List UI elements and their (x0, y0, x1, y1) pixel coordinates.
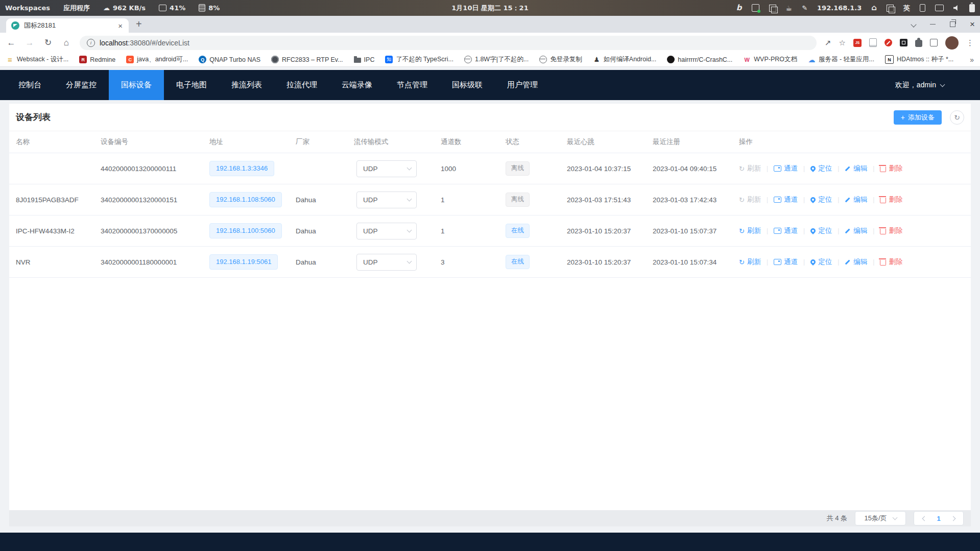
back-icon[interactable]: ← (6, 38, 16, 48)
delete-button[interactable]: 删除 (880, 195, 902, 204)
nav-item-push-list[interactable]: 推流列表 (219, 70, 274, 100)
bing-tray-icon[interactable]: b (736, 4, 742, 12)
bookmark-wvp-docs[interactable]: W WVP-PRO文档 (743, 55, 797, 64)
prev-page-button[interactable] (917, 517, 931, 520)
bookmark-github[interactable]: hairrrrr/C-CrashC... (667, 56, 732, 63)
current-page-number[interactable]: 1 (931, 515, 946, 522)
app-indicator-icon[interactable] (752, 4, 759, 12)
js-extension-icon[interactable]: JS (853, 39, 862, 47)
stream-mode-select[interactable]: UDP (356, 160, 417, 177)
bookmark-typescript-article[interactable]: 1.8W字|了不起的... (464, 55, 529, 64)
profile-avatar[interactable] (945, 36, 959, 50)
forward-icon[interactable]: → (25, 38, 35, 48)
bookmark-hdatmos[interactable]: N HDAtmos :: 种子 *... (885, 55, 953, 64)
cpu-usage-indicator[interactable]: 41% (159, 4, 185, 12)
channels-button[interactable]: 通道 (774, 195, 798, 204)
bookmark-redmine[interactable]: R Redmine (79, 56, 115, 63)
page-size-select[interactable]: 15条/页 (855, 511, 906, 525)
url-text: localhost:38080/#/deviceList (100, 39, 189, 47)
applications-menu-button[interactable]: 应用程序 (63, 4, 90, 13)
bookmark-copy-tool[interactable]: 免登录复制 (539, 55, 582, 64)
nav-item-gb-devices[interactable]: 国标设备 (109, 70, 164, 100)
reload-icon[interactable]: ↻ (43, 37, 53, 48)
channels-button[interactable]: 通道 (774, 226, 798, 235)
stream-mode-select[interactable]: UDP (356, 191, 417, 208)
bookmark-android-build[interactable]: ♟ 如何编译Android... (593, 55, 657, 64)
workspaces-button[interactable]: Workspaces (5, 4, 50, 12)
ip-address-indicator[interactable]: 192.168.1.3 (817, 4, 862, 12)
extensions-puzzle-icon[interactable] (915, 40, 922, 47)
bookmark-ipc-folder[interactable]: IPC (354, 56, 375, 63)
reader-extension-icon[interactable] (900, 39, 907, 46)
nav-item-node-manage[interactable]: 节点管理 (385, 70, 440, 100)
close-window-icon[interactable]: × (970, 19, 975, 30)
volume-icon[interactable] (953, 5, 960, 11)
document-extension-icon[interactable] (869, 38, 877, 47)
share-icon[interactable]: ↗ (825, 39, 831, 46)
bookmark-cloud-server[interactable]: ☁ 服务器 - 轻量应用... (808, 55, 874, 64)
capture-extension-icon[interactable] (930, 39, 938, 46)
refresh-icon: ↻ (739, 197, 745, 203)
workspace-switcher-icon[interactable] (887, 5, 894, 12)
edit-button[interactable]: 编辑 (845, 195, 867, 204)
blocker-extension-icon[interactable] (885, 39, 892, 46)
minimize-window-icon[interactable] (930, 24, 936, 25)
delete-button[interactable]: 删除 (880, 226, 902, 235)
clock[interactable]: 1月10日 星期二 15：21 (451, 4, 528, 13)
phonelink-icon[interactable] (920, 4, 925, 12)
browser-menu-icon[interactable]: ⋮ (966, 39, 974, 46)
edit-button[interactable]: 编辑 (845, 257, 867, 267)
home-tray-icon[interactable]: ⌂ (871, 4, 877, 12)
browser-tab[interactable]: 国标28181 × (6, 18, 129, 33)
nav-item-e-map[interactable]: 电子地图 (164, 70, 219, 100)
bookmark-label: WVP-PRO文档 (754, 55, 797, 64)
locate-button[interactable]: 定位 (810, 195, 832, 204)
channels-button[interactable]: 通道 (774, 164, 798, 173)
bookmark-csdn[interactable]: C java、android可... (126, 55, 188, 64)
refresh-device-button[interactable]: ↻刷新 (739, 226, 761, 235)
address-bar[interactable]: i localhost:38080/#/deviceList (80, 36, 817, 50)
user-menu[interactable]: 欢迎，admin (895, 70, 980, 100)
add-device-button[interactable]: + 添加设备 (894, 110, 942, 125)
home-icon[interactable]: ⌂ (61, 38, 71, 48)
nav-item-split-monitor[interactable]: 分屏监控 (54, 70, 109, 100)
qnap-icon: Q (199, 56, 206, 63)
network-speed-indicator[interactable]: ☁ 962 KB/s (103, 4, 146, 12)
locate-button[interactable]: 定位 (810, 164, 832, 173)
restore-window-icon[interactable] (950, 21, 955, 27)
nav-item-console[interactable]: 控制台 (6, 70, 54, 100)
nav-item-user-manage[interactable]: 用户管理 (495, 70, 550, 100)
coffee-caffeine-icon[interactable]: ☕ (786, 5, 793, 12)
site-info-icon[interactable]: i (87, 39, 95, 47)
locate-button[interactable]: 定位 (810, 257, 832, 267)
bookmark-zhihu[interactable]: 知 了不起的 TypeScri... (385, 55, 453, 64)
stream-mode-select[interactable]: UDP (356, 254, 417, 271)
refresh-list-button[interactable]: ↻ (950, 110, 964, 125)
refresh-device-button[interactable]: ↻刷新 (739, 257, 761, 267)
tab-search-chevron-icon[interactable] (911, 21, 916, 27)
battery-icon[interactable] (969, 4, 975, 12)
edit-button[interactable]: 编辑 (845, 226, 867, 235)
channels-button[interactable]: 通道 (774, 257, 798, 267)
display-icon[interactable] (935, 5, 944, 11)
bookmarks-overflow-chevron-icon[interactable]: » (970, 56, 974, 64)
bookmark-webstack[interactable]: ≡ Webstack - 设计... (6, 55, 68, 64)
new-tab-button[interactable]: + (136, 18, 142, 30)
bookmark-star-icon[interactable]: ☆ (839, 39, 846, 46)
bookmark-rfc2833[interactable]: RFC2833 – RTP Ev... (271, 56, 343, 63)
nav-item-cloud-record[interactable]: 云端录像 (329, 70, 385, 100)
input-method-indicator[interactable]: 英 (903, 4, 910, 13)
next-page-button[interactable] (946, 517, 960, 520)
clipboard-manager-icon[interactable] (769, 5, 776, 12)
nav-item-pull-proxy[interactable]: 拉流代理 (274, 70, 329, 100)
delete-button[interactable]: 删除 (880, 164, 902, 173)
bookmark-qnap[interactable]: Q QNAP Turbo NAS (199, 56, 260, 63)
stream-mode-select[interactable]: UDP (356, 223, 417, 239)
edit-button[interactable]: 编辑 (845, 164, 867, 173)
screenshot-pen-icon[interactable]: ✎ (802, 5, 807, 11)
tab-close-icon[interactable]: × (117, 21, 124, 30)
locate-button[interactable]: 定位 (810, 226, 832, 235)
memory-usage-indicator[interactable]: 8% (199, 4, 220, 12)
delete-button[interactable]: 删除 (880, 257, 902, 267)
nav-item-gb-cascade[interactable]: 国标级联 (440, 70, 495, 100)
